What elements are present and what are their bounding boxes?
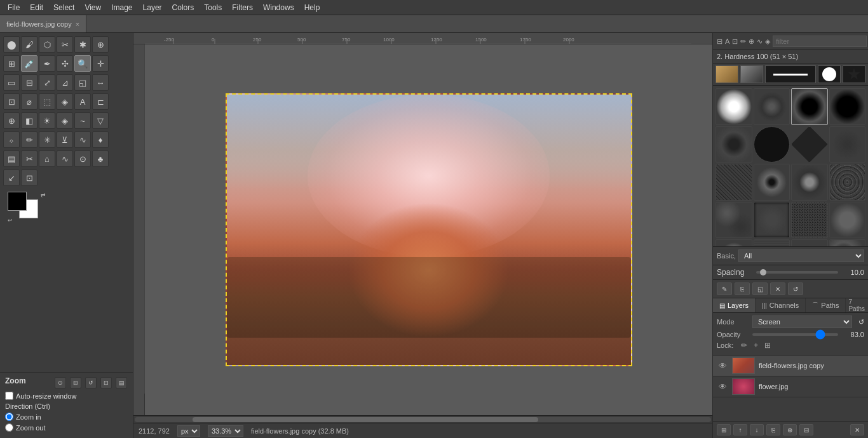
layer-row-1[interactable]: 👁 field-flowers.jpg copy: [713, 355, 868, 376]
tool-dropper[interactable]: ♦: [92, 131, 109, 148]
brush-action-refresh[interactable]: ↺: [788, 282, 803, 295]
tool-perspective2[interactable]: ◧: [21, 112, 37, 129]
brush-thumb-14[interactable]: [754, 202, 790, 239]
brush-thumb-10[interactable]: [754, 164, 790, 201]
tool-paint-by-sym[interactable]: ◈: [57, 93, 73, 110]
status-zoom[interactable]: 33.3%: [208, 425, 243, 437]
brush-preview-line[interactable]: [765, 65, 816, 83]
mode-select[interactable]: Screen: [752, 315, 852, 328]
brush-filter-input[interactable]: [773, 36, 867, 47]
canvas-scrollbar-horizontal[interactable]: [133, 415, 712, 423]
brush-thumb-17[interactable]: [715, 239, 752, 246]
menu-help[interactable]: Help: [299, 2, 325, 13]
tool-color-picker[interactable]: ⊙: [74, 150, 91, 167]
menu-select[interactable]: Select: [48, 2, 79, 13]
zoom-select[interactable]: 33.3%: [208, 425, 243, 437]
tool-eyedropper[interactable]: 💉: [21, 55, 37, 72]
tool-dodge[interactable]: ☀: [39, 112, 55, 129]
tool-select-by-color[interactable]: ⬚: [39, 93, 55, 110]
tab-close-button[interactable]: ×: [76, 20, 79, 28]
brush-panel-icon6[interactable]: ∿: [757, 36, 763, 47]
tool-bucket-fill[interactable]: ⬦: [3, 131, 20, 148]
brush-thumb-20[interactable]: [829, 239, 866, 246]
brush-panel-icon3[interactable]: ⊡: [732, 36, 738, 47]
brush-thumb-19[interactable]: [791, 239, 828, 246]
brush-thumb-18[interactable]: [754, 239, 790, 246]
color-fg-swatch[interactable]: [8, 192, 27, 211]
tool-gradient[interactable]: ▤: [3, 150, 20, 167]
brush-action-edit[interactable]: ✎: [717, 282, 732, 295]
layer-merge-button[interactable]: ⊟: [799, 424, 813, 435]
brush-thumb-6[interactable]: [754, 126, 790, 163]
brush-preview-dark[interactable]: [740, 65, 763, 83]
tool-text[interactable]: A: [74, 93, 91, 110]
mode-reset-icon[interactable]: ↺: [858, 318, 864, 326]
brush-action-duplicate[interactable]: ◱: [752, 282, 768, 295]
brush-preview-circle-sel[interactable]: [818, 65, 841, 83]
tool-fuzzy-select[interactable]: ✱: [74, 36, 91, 53]
tool-paint2[interactable]: ↙: [3, 169, 20, 186]
tool-paint[interactable]: 🖌: [21, 36, 37, 53]
layer-duplicate-button[interactable]: ⎘: [766, 424, 780, 435]
layer-1-visibility[interactable]: 👁: [717, 360, 728, 371]
menu-filters[interactable]: Filters: [227, 2, 258, 13]
document-tab[interactable]: field-flowers.jpg copy ×: [0, 15, 86, 32]
tool-cage[interactable]: ⊡: [3, 93, 20, 110]
brush-thumb-1[interactable]: [715, 88, 752, 125]
layer-new-group-button[interactable]: ⊞: [717, 424, 731, 435]
tool-paths[interactable]: ✒: [39, 55, 55, 72]
tool-burn[interactable]: ▽: [92, 112, 109, 129]
menu-windows[interactable]: Windows: [258, 2, 299, 13]
lock-move-icon[interactable]: +: [754, 341, 758, 350]
layer-delete-button[interactable]: ✕: [850, 424, 864, 435]
tool-flip[interactable]: ↔: [92, 74, 109, 91]
brush-thumb-13[interactable]: [715, 202, 752, 239]
auto-resize-checkbox[interactable]: [5, 392, 13, 400]
menu-colors[interactable]: Colors: [167, 2, 200, 13]
brush-thumb-16[interactable]: [829, 202, 866, 239]
layer-anchor-button[interactable]: ⊕: [783, 424, 797, 435]
tool-options-delete[interactable]: ⊟: [70, 377, 81, 388]
tool-zoom[interactable]: 🔍: [74, 55, 91, 72]
status-unit[interactable]: px: [177, 425, 200, 437]
tool-options-menu[interactable]: ▤: [116, 377, 127, 388]
tool-shear[interactable]: ⊿: [57, 74, 73, 91]
scrollbar-thumb[interactable]: [193, 417, 538, 422]
tool-heal[interactable]: ⊕: [3, 112, 20, 129]
tab-channels[interactable]: ||| Channels: [756, 298, 806, 312]
tool-ellipse-select[interactable]: ⬤: [3, 36, 20, 53]
brush-thumb-9[interactable]: [715, 164, 752, 201]
layer-move-down-button[interactable]: ↓: [750, 424, 764, 435]
tool-pencil[interactable]: ✏: [21, 131, 37, 148]
tool-smudge[interactable]: ~: [74, 112, 91, 129]
tool-ink[interactable]: ⊻: [57, 131, 73, 148]
spacing-slider[interactable]: [756, 271, 838, 274]
opacity-slider[interactable]: [752, 333, 838, 336]
brush-panel-icon7[interactable]: ◈: [765, 36, 770, 47]
tab-paths[interactable]: ⌒ Paths: [806, 298, 846, 312]
menu-file[interactable]: File: [3, 2, 25, 13]
brush-thumb-15[interactable]: [791, 202, 828, 239]
brush-thumb-2[interactable]: [754, 88, 790, 125]
unit-select[interactable]: px: [177, 425, 200, 437]
reset-colors-icon[interactable]: ↩: [8, 217, 13, 223]
tool-move[interactable]: ✛: [92, 55, 109, 72]
tool-iscissors[interactable]: ⌂: [39, 150, 55, 167]
brush-thumb-3[interactable]: [791, 88, 828, 125]
brush-tag-dropdown[interactable]: All: [738, 249, 864, 262]
menu-view[interactable]: View: [79, 2, 106, 13]
tool-align[interactable]: ⊟: [21, 74, 37, 91]
brush-action-copy[interactable]: ⎘: [735, 282, 750, 295]
brush-panel-icon2[interactable]: A: [725, 36, 729, 47]
tool-options-restore[interactable]: ↺: [85, 377, 97, 388]
tool-mybrush[interactable]: ∿: [74, 131, 91, 148]
tool-eraser[interactable]: ✂: [57, 36, 73, 53]
tab-layers[interactable]: ▤ Layers: [713, 298, 756, 312]
swap-colors-icon[interactable]: ⇄: [41, 192, 46, 198]
zoom-out-radio[interactable]: [5, 423, 13, 432]
menu-edit[interactable]: Edit: [25, 2, 48, 13]
brush-panel-icon1[interactable]: ⊟: [717, 36, 722, 47]
brush-thumb-11[interactable]: [791, 164, 828, 201]
tool-perspective[interactable]: ◱: [74, 74, 91, 91]
tool-options-save[interactable]: ⊡: [100, 377, 112, 388]
